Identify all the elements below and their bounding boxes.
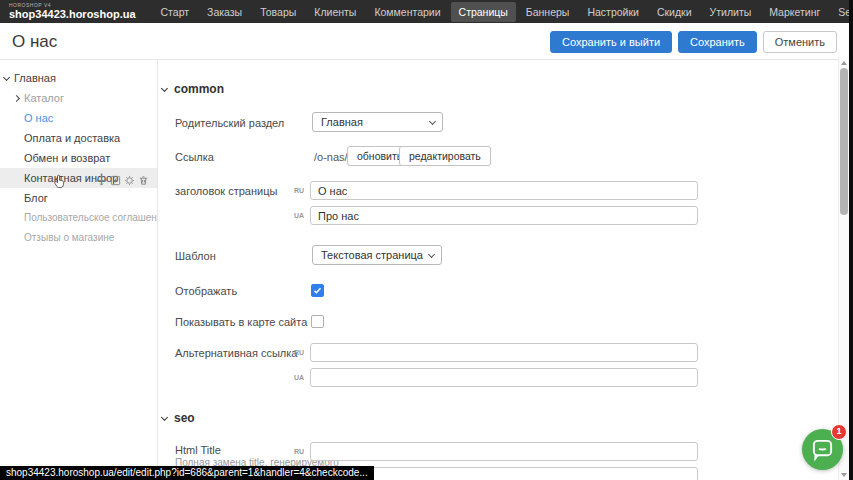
field-label-page-title: заголовок страницы [175, 185, 277, 197]
sidebar-item-label: Оплата и доставка [0, 132, 120, 144]
sidebar-item-glavnaya[interactable]: Главная [0, 68, 157, 88]
screen-edge-strip [849, 0, 853, 480]
sidebar-item-blog[interactable]: Блог [0, 188, 157, 208]
menu-item-bannery[interactable]: Баннеры [518, 2, 578, 22]
select-value: Главная [321, 116, 363, 128]
sidebar-item-label: Каталог [0, 92, 64, 104]
lang-tag-ru: RU [288, 187, 304, 194]
save-button[interactable]: Сохранить [678, 31, 757, 53]
vertical-scrollbar[interactable] [838, 58, 849, 480]
page-header: О нас Сохранить и выйти Сохранить Отмени… [0, 23, 853, 60]
alt-link-ua-input[interactable] [310, 368, 698, 387]
link-value: /o-nas/ [314, 151, 348, 163]
cancel-button[interactable]: Отменить [763, 31, 837, 53]
pages-tree-sidebar: Главная Каталог О нас Оплата и доставка … [0, 60, 157, 480]
html-title-ru-input[interactable] [310, 442, 698, 461]
section-common[interactable]: common [162, 82, 224, 96]
field-label-template: Шаблон [175, 250, 216, 262]
field-label-link: Ссылка [175, 151, 214, 163]
menu-item-tovary[interactable]: Товары [252, 2, 304, 22]
main-menu: Старт Заказы Товары Клиенты Комментарии … [152, 0, 853, 23]
field-label-alt-link: Альтернативная ссылка [175, 347, 297, 359]
lang-tag-ua: UA [288, 374, 304, 381]
menu-item-utility[interactable]: Утилиты [702, 2, 760, 22]
lang-tag-ru: RU [288, 349, 304, 356]
topbar: HOROSHOP V4 shop34423.horoshop.ua Старт … [0, 0, 853, 23]
sidebar-item-label: О нас [0, 112, 53, 124]
field-label-display: Отображать [175, 285, 237, 297]
logo[interactable]: HOROSHOP V4 shop34423.horoshop.ua [9, 3, 136, 20]
menu-item-stranitsy[interactable]: Страницы [451, 2, 516, 22]
menu-item-skidki[interactable]: Скидки [649, 2, 700, 22]
menu-item-klienty[interactable]: Клиенты [306, 2, 364, 22]
scroll-down-icon[interactable] [841, 473, 847, 477]
logo-domain: shop34423.horoshop.ua [9, 9, 136, 20]
sidebar-item-kontaktnaya-infor[interactable]: Контактная инфор [0, 168, 157, 188]
header-actions: Сохранить и выйти Сохранить Отменить [550, 31, 837, 53]
field-label-html-title: Html Title [175, 444, 221, 456]
sidebar-item-label: Блог [0, 192, 48, 204]
section-seo[interactable]: seo [162, 411, 195, 425]
chat-bubble-icon [811, 438, 834, 461]
sitemap-checkbox[interactable] [311, 315, 324, 328]
trash-icon[interactable] [138, 172, 149, 183]
field-label-sitemap: Показывать в карте сайта [175, 316, 307, 328]
alt-link-ru-input[interactable] [310, 343, 698, 362]
sidebar-item-obmen-i-vozvrat[interactable]: Обмен и возврат [0, 148, 157, 168]
sidebar-item-label: Пользовательское соглашение [0, 212, 157, 223]
scrollbar-thumb[interactable] [840, 68, 848, 215]
page-title-ru-input[interactable] [310, 181, 698, 200]
sidebar-item-katalog[interactable]: Каталог [0, 88, 157, 108]
menu-item-nastroyki[interactable]: Настройки [579, 2, 647, 22]
tree-row-actions [96, 172, 149, 183]
scroll-up-icon[interactable] [841, 61, 847, 65]
save-and-exit-button[interactable]: Сохранить и выйти [550, 31, 672, 53]
menu-item-start[interactable]: Старт [153, 2, 198, 22]
display-checkbox[interactable] [311, 284, 324, 297]
move-icon[interactable] [96, 172, 107, 183]
sidebar-item-oplata-i-dostavka[interactable]: Оплата и доставка [0, 128, 157, 148]
menu-item-zakazy[interactable]: Заказы [199, 2, 250, 22]
link-edit-button[interactable]: редактировать [399, 146, 491, 166]
sidebar-item-otzyvy-o-magazine[interactable]: Отзывы о магазине [0, 228, 157, 248]
template-select[interactable]: Текстовая страница [312, 245, 442, 265]
chevron-down-icon [429, 118, 436, 125]
status-bar-url: shop34423.horoshop.ua/edit/edit.php?id=6… [0, 466, 374, 480]
lang-tag-ru: RU [288, 448, 304, 455]
page-title: О нас [12, 32, 57, 52]
field-label-parent-section: Родительский раздел [175, 117, 284, 129]
chevron-down-icon [161, 414, 168, 421]
sidebar-item-o-nas[interactable]: О нас [0, 108, 157, 128]
settings-icon[interactable] [124, 172, 135, 183]
app-root: HOROSHOP V4 shop34423.horoshop.ua Старт … [0, 0, 853, 480]
lang-tag-ua: UA [288, 212, 304, 219]
sidebar-item-polzovatelskoe-soglashenie[interactable]: Пользовательское соглашение [0, 208, 157, 228]
menu-item-marketing[interactable]: Маркетинг [761, 2, 828, 22]
page-title-ua-input[interactable] [310, 206, 698, 225]
parent-section-select[interactable]: Главная [312, 112, 443, 132]
sidebar-item-label: Отзывы о магазине [0, 232, 114, 243]
menu-item-kommentarii[interactable]: Комментарии [366, 2, 448, 22]
sidebar-divider [157, 60, 158, 480]
chevron-down-icon [161, 85, 168, 92]
chat-notification-badge: 1 [831, 424, 847, 440]
sidebar-item-label: Обмен и возврат [0, 152, 110, 164]
add-icon[interactable] [110, 172, 121, 183]
section-label: seo [174, 411, 195, 425]
select-value: Текстовая страница [321, 249, 423, 261]
chevron-down-icon [428, 251, 435, 258]
section-label: common [174, 82, 224, 96]
